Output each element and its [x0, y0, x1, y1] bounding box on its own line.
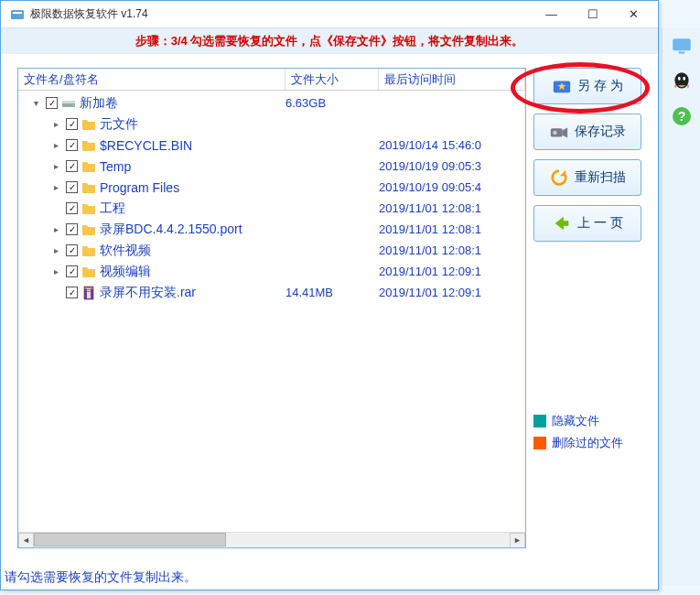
- checkbox[interactable]: [66, 287, 78, 298]
- column-header-date[interactable]: 最后访问时间: [379, 69, 525, 90]
- scroll-left-arrow-icon[interactable]: ◄: [18, 533, 34, 548]
- column-header-size[interactable]: 文件大小: [285, 69, 379, 90]
- svg-point-4: [72, 104, 74, 106]
- svg-point-16: [553, 131, 557, 135]
- svg-marker-17: [560, 170, 565, 176]
- svg-rect-11: [87, 291, 91, 292]
- file-date: 2019/11/01 12:09:1: [379, 265, 525, 278]
- legend-hidden: 隐藏文件: [533, 413, 641, 429]
- file-date: 2019/10/14 15:46:0: [379, 138, 525, 152]
- svg-rect-9: [87, 287, 91, 288]
- checkbox[interactable]: [66, 181, 78, 193]
- action-sidebar: 另 存 为 保存记录 重新扫描 上 一 页 隐藏文件: [533, 68, 641, 548]
- file-size: 6.63GB: [285, 96, 379, 110]
- close-button[interactable]: ✕: [613, 2, 654, 27]
- tree-row[interactable]: ▸软件视频2019/11/01 12:08:1: [18, 240, 525, 261]
- file-label: 工程: [100, 200, 125, 217]
- file-label: Temp: [100, 159, 131, 174]
- file-label: $RECYCLE.BIN: [100, 138, 192, 153]
- scroll-track[interactable]: [34, 533, 510, 548]
- legend-deleted-label: 删除过的文件: [552, 435, 623, 451]
- expander-icon[interactable]: ▸: [49, 265, 62, 278]
- svg-rect-1: [13, 12, 22, 14]
- expander-icon[interactable]: ▸: [49, 139, 62, 152]
- main-window: 极限数据恢复软件 v1.74 ― ☐ ✕ 步骤：3/4 勾选需要恢复的文件，点《…: [0, 0, 659, 590]
- horizontal-scrollbar[interactable]: ◄ ►: [18, 532, 525, 547]
- tree-row[interactable]: ▸视频编辑2019/11/01 12:09:1: [18, 261, 525, 282]
- svg-rect-20: [678, 51, 684, 53]
- expander-icon[interactable]: ▸: [49, 118, 62, 131]
- folder-icon: [81, 117, 96, 132]
- file-label: 视频编辑: [100, 264, 151, 280]
- file-size: 14.41MB: [285, 286, 379, 299]
- prev-page-label: 上 一 页: [577, 215, 623, 232]
- svg-marker-18: [555, 217, 569, 231]
- expander-icon[interactable]: ▸: [49, 244, 62, 257]
- svg-point-22: [677, 77, 680, 81]
- tree-row[interactable]: ▸Program Files2019/10/19 09:05:4: [18, 177, 525, 198]
- file-tree[interactable]: ▾新加卷6.63GB▸元文件▸$RECYCLE.BIN2019/10/14 15…: [18, 91, 525, 532]
- expander-icon[interactable]: [49, 287, 62, 299]
- checkbox[interactable]: [46, 97, 58, 109]
- file-label: 录屏BDC.4.4.2.1550.port: [100, 222, 242, 238]
- save-record-button[interactable]: 保存记录: [533, 114, 641, 150]
- tree-row[interactable]: ▸$RECYCLE.BIN2019/10/14 15:46:0: [18, 135, 525, 156]
- window-title: 极限数据恢复软件 v1.74: [30, 6, 531, 22]
- checkbox[interactable]: [66, 223, 78, 235]
- folder-icon: [81, 180, 96, 195]
- file-date: 2019/11/01 12:08:1: [379, 243, 525, 257]
- rescan-label: 重新扫描: [575, 169, 626, 186]
- column-header-name[interactable]: 文件名/盘符名: [18, 69, 285, 90]
- file-label: Program Files: [100, 180, 179, 195]
- save-as-button[interactable]: 另 存 为: [533, 68, 641, 104]
- legend-hidden-label: 隐藏文件: [552, 413, 599, 429]
- file-date: 2019/11/01 12:08:1: [379, 222, 525, 236]
- maximize-button[interactable]: ☐: [572, 2, 613, 27]
- tree-row[interactable]: ▸录屏BDC.4.4.2.1550.port2019/11/01 12:08:1: [18, 219, 525, 240]
- folder-icon: [81, 265, 96, 279]
- step-banner: 步骤：3/4 勾选需要恢复的文件，点《保存文件》按钮，将文件复制出来。: [1, 28, 658, 54]
- checkbox[interactable]: [66, 265, 78, 277]
- titlebar: 极限数据恢复软件 v1.74 ― ☐ ✕: [1, 1, 658, 28]
- checkbox[interactable]: [66, 139, 78, 151]
- file-label: 新加卷: [80, 95, 118, 112]
- checkbox[interactable]: [66, 160, 78, 172]
- prev-page-button[interactable]: 上 一 页: [533, 205, 641, 242]
- svg-text:?: ?: [677, 109, 685, 124]
- dock-qq-icon[interactable]: [668, 68, 695, 95]
- file-label: 软件视频: [100, 243, 151, 259]
- scroll-right-arrow-icon[interactable]: ►: [510, 533, 525, 548]
- expander-icon[interactable]: ▸: [49, 160, 62, 173]
- tree-row[interactable]: 工程2019/11/01 12:08:1: [18, 198, 525, 219]
- drive-icon: [61, 96, 76, 111]
- legend-hidden-swatch: [533, 415, 546, 427]
- svg-point-23: [683, 77, 685, 81]
- star-folder-icon: [552, 76, 572, 96]
- checkbox[interactable]: [66, 244, 78, 256]
- file-date: 2019/11/01 12:09:1: [379, 286, 525, 299]
- legend: 隐藏文件 删除过的文件: [533, 404, 641, 548]
- svg-rect-19: [673, 38, 691, 50]
- file-date: 2019/10/19 09:05:3: [379, 159, 525, 173]
- dock-monitor-icon[interactable]: [668, 33, 695, 60]
- tree-row[interactable]: ▸Temp2019/10/19 09:05:3: [18, 156, 525, 177]
- checkbox[interactable]: [66, 118, 78, 130]
- expander-icon[interactable]: ▸: [49, 223, 62, 236]
- file-label: 元文件: [100, 116, 138, 133]
- scroll-thumb[interactable]: [34, 533, 226, 546]
- tree-row[interactable]: ▸元文件: [18, 114, 525, 135]
- tree-row[interactable]: ▾新加卷6.63GB: [18, 92, 525, 114]
- dock-help-icon[interactable]: ?: [668, 103, 695, 130]
- legend-deleted: 删除过的文件: [533, 435, 641, 451]
- expander-icon[interactable]: ▸: [49, 181, 62, 194]
- checkbox[interactable]: [66, 202, 78, 214]
- save-record-label: 保存记录: [575, 124, 626, 140]
- rescan-button[interactable]: 重新扫描: [533, 159, 641, 196]
- rar-icon: [81, 286, 96, 300]
- expander-icon[interactable]: [49, 202, 62, 215]
- svg-rect-3: [62, 101, 75, 103]
- minimize-button[interactable]: ―: [531, 2, 572, 27]
- expander-icon[interactable]: ▾: [29, 97, 42, 110]
- svg-marker-15: [563, 127, 568, 137]
- tree-row[interactable]: 录屏不用安装.rar14.41MB2019/11/01 12:09:1: [18, 282, 525, 303]
